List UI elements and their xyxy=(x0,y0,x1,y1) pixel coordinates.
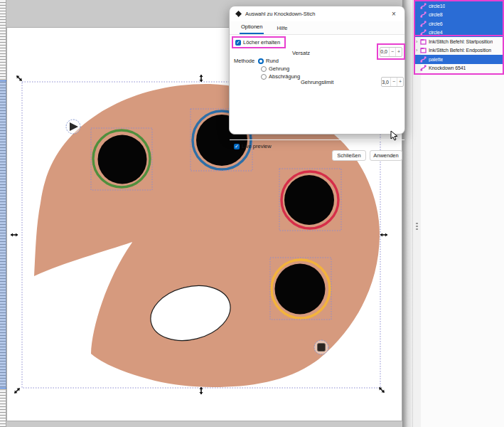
dialog-titlebar[interactable]: Auswahl zu Knockdown-Stich × xyxy=(230,6,404,21)
object-row-knockdown[interactable]: Knockdown 6541 xyxy=(414,64,503,73)
path-icon xyxy=(420,3,427,9)
spin-increment-button[interactable]: + xyxy=(397,78,403,86)
object-row-circle8[interactable]: circle8 xyxy=(414,11,503,20)
object-label: palette xyxy=(429,57,443,62)
handle-bottom-right xyxy=(378,386,386,394)
annotation-box-holes: ✓ Löcher erhalten xyxy=(232,36,286,48)
handle-bottom-left xyxy=(14,387,21,395)
path-icon xyxy=(420,65,427,71)
circle-orange[interactable] xyxy=(272,260,330,318)
object-label: circle8 xyxy=(429,12,443,17)
knockdown-dialog: Auswahl zu Knockdown-Stich × Optionen Hi… xyxy=(229,6,405,135)
handle-top-middle xyxy=(199,75,203,82)
anwenden-button[interactable]: Anwenden xyxy=(370,150,402,161)
object-label: circle6 xyxy=(429,21,443,26)
method-option-rund[interactable]: Rund xyxy=(258,58,279,64)
object-row-palette[interactable]: palette xyxy=(414,55,503,64)
schliessen-button[interactable]: Schließen xyxy=(332,150,366,161)
object-row-circle4[interactable]: circle4 xyxy=(414,28,503,38)
group-icon xyxy=(420,47,427,53)
expander-icon[interactable]: › xyxy=(416,39,419,44)
object-row-circle6[interactable]: circle6 xyxy=(414,19,503,28)
handle-top-left xyxy=(16,75,23,83)
offset-value[interactable]: 0,0 xyxy=(380,49,389,54)
handle-middle-right xyxy=(380,233,387,236)
dialog-title: Auswahl zu Knockdown-Stich xyxy=(245,11,315,17)
object-label: circle4 xyxy=(429,30,443,35)
spin-decrement-button[interactable]: − xyxy=(390,78,397,86)
object-label: Knockdown 6541 xyxy=(429,65,466,70)
offset-label: Versatz xyxy=(292,50,310,56)
start-position-marker[interactable] xyxy=(66,120,80,134)
object-label: circle10 xyxy=(429,4,445,9)
object-label: Ink/Stitch Befehl: Startposition xyxy=(429,39,493,44)
path-icon xyxy=(420,11,427,18)
radio-icon[interactable] xyxy=(261,66,267,72)
miter-limit-value[interactable]: 3,0 xyxy=(382,80,390,85)
live-preview-row[interactable]: ✓ Live preview xyxy=(234,143,272,149)
annotation-box-offset: 0,0 − + xyxy=(377,43,405,60)
dialog-tabs: Optionen Hilfe xyxy=(230,21,404,35)
object-row-circle10[interactable]: circle10 xyxy=(414,1,503,11)
object-row-endposition[interactable]: › Ink/Stitch Befehl: Endposition xyxy=(414,46,503,56)
path-icon xyxy=(420,21,427,27)
method-option-label: Gehrung xyxy=(269,65,289,72)
live-preview-checkbox[interactable]: ✓ xyxy=(234,144,240,149)
offset-spinbox[interactable]: 0,0 − + xyxy=(380,47,402,57)
live-preview-label: Live preview xyxy=(242,143,272,149)
circle-red[interactable] xyxy=(282,172,338,228)
method-label: Methode xyxy=(234,58,254,64)
object-row-startposition[interactable]: › Ink/Stitch Befehl: Startposition xyxy=(414,37,503,46)
handle-middle-left xyxy=(11,233,18,236)
miter-limit-label: Gehrungslimit xyxy=(301,79,333,85)
spin-decrement-button[interactable]: − xyxy=(389,48,395,56)
tab-optionen[interactable]: Optionen xyxy=(240,22,264,34)
circle-green[interactable] xyxy=(93,130,150,187)
path-icon xyxy=(420,56,427,63)
mouse-cursor xyxy=(390,130,399,141)
inkstitch-logo-icon xyxy=(235,11,242,17)
path-icon xyxy=(420,29,427,36)
holes-checkbox[interactable]: ✓ xyxy=(235,40,241,46)
group-icon xyxy=(420,38,427,45)
end-position-marker[interactable] xyxy=(314,340,328,354)
method-option-gehrung[interactable]: Gehrung xyxy=(261,65,289,72)
miter-limit-spinbox[interactable]: 3,0 − + xyxy=(381,77,404,87)
method-option-abschraegung[interactable]: Abschrägung xyxy=(261,73,300,80)
object-list: circle10 circle8 circle6 circle4 xyxy=(414,1,503,73)
dialog-separator xyxy=(230,139,404,140)
tab-hilfe[interactable]: Hilfe xyxy=(275,23,289,34)
application-window: circle10 circle8 circle6 circle4 xyxy=(0,0,504,427)
expander-icon[interactable]: › xyxy=(416,48,419,53)
spin-increment-button[interactable]: + xyxy=(395,48,402,56)
close-icon[interactable]: × xyxy=(389,10,399,18)
object-label: Ink/Stitch Befehl: Endposition xyxy=(429,48,491,53)
splitter-grip-icon[interactable] xyxy=(416,223,418,230)
method-option-label: Rund xyxy=(266,58,279,64)
objects-panel: circle10 circle8 circle6 circle4 xyxy=(421,0,504,427)
radio-selected-icon[interactable] xyxy=(258,58,264,64)
holes-checkbox-label: Löcher erhalten xyxy=(243,39,280,46)
method-option-label: Abschrägung xyxy=(269,73,300,80)
radio-icon[interactable] xyxy=(261,74,267,80)
